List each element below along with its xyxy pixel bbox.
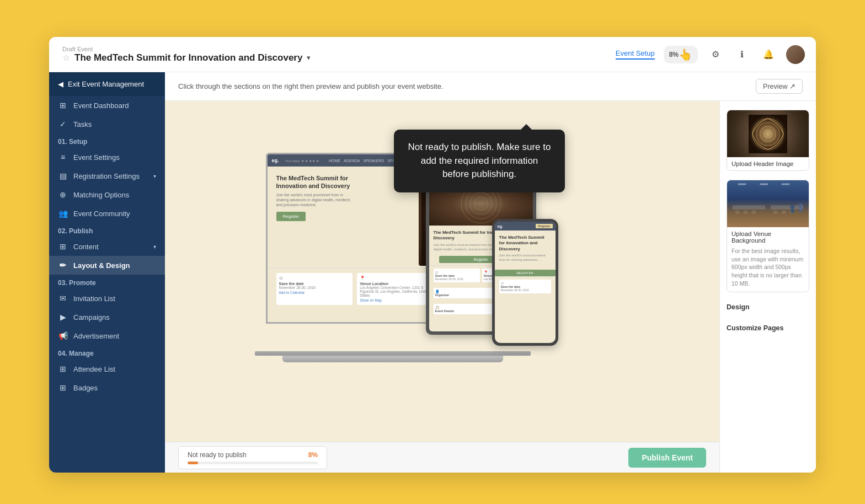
progress-bar-bg: [188, 462, 318, 464]
back-arrow-icon: ◀: [58, 80, 63, 88]
not-ready-tooltip: Not ready to publish. Make sure to add t…: [394, 130, 565, 192]
invitation-icon: ✉: [58, 294, 68, 303]
venue-svg: [727, 180, 809, 227]
phone-reg-btn[interactable]: REGISTER: [495, 270, 556, 276]
badges-icon: ⊞: [58, 383, 68, 392]
progress-bar-fill: [188, 462, 198, 464]
svg-rect-23: [744, 211, 748, 214]
phone-event-title: The MedTech Summit for Innovation and Di…: [499, 235, 551, 252]
exit-label: Exit Event Management: [68, 80, 144, 88]
sidebar-item-label: Invitation List: [73, 294, 115, 303]
sidebar: ◀ Exit Event Management ⊞ Event Dashboar…: [49, 72, 165, 473]
venue-icon: 📍: [360, 276, 431, 281]
phone-date-card: ⊙ Save the date November 28-30, 2018: [499, 280, 551, 293]
event-setup-link[interactable]: Event Setup: [616, 49, 655, 60]
sidebar-item-label: Advertisement: [73, 332, 119, 340]
sidebar-item-campaigns[interactable]: ▶ Campaigns: [49, 308, 165, 326]
upload-header-label: Upload Header Image: [727, 157, 809, 170]
phone-register-btn[interactable]: Register: [536, 224, 552, 228]
sidebar-item-attendee-list[interactable]: ⊞ Attendee List: [49, 360, 165, 378]
upload-header-image-card[interactable]: Upload Header Image: [727, 110, 809, 171]
main-content: Click through the sections on the right …: [165, 72, 816, 473]
phone-nav: eg. Register: [495, 222, 556, 230]
sidebar-item-layout-design[interactable]: ✏ Layout & Design: [49, 256, 165, 275]
header-spiral-svg: [749, 115, 787, 153]
body-row: ◀ Exit Event Management ⊞ Event Dashboar…: [49, 72, 816, 473]
tasks-icon: ✓: [58, 120, 68, 128]
sidebar-item-tasks[interactable]: ✓ Tasks: [49, 115, 165, 133]
sidebar-item-label: Attendee List: [73, 365, 115, 373]
date-label: Save the date: [279, 282, 350, 286]
sidebar-item-event-settings[interactable]: ≡ Event Settings: [49, 148, 165, 167]
sidebar-item-content[interactable]: ⊞ Content ▾: [49, 237, 165, 256]
svg-rect-17: [738, 184, 746, 185]
registration-icon: ▤: [58, 171, 68, 180]
avatar[interactable]: [786, 45, 805, 64]
star-icon[interactable]: ☆: [62, 52, 70, 63]
sidebar-item-registration-settings[interactable]: ▤ Registration Settings ▾: [49, 167, 165, 185]
settings-icon[interactable]: ⚙: [707, 46, 724, 63]
top-bar: Draft Event ☆ The MedTech Summit for Inn…: [49, 37, 816, 72]
progress-row: Not ready to publish 8%: [188, 451, 318, 459]
sidebar-item-invitation-list[interactable]: ✉ Invitation List: [49, 289, 165, 308]
info-icon[interactable]: ℹ: [733, 46, 751, 63]
sidebar-item-badges[interactable]: ⊞ Badges: [49, 378, 165, 397]
sidebar-item-event-dashboard[interactable]: ⊞ Event Dashboard: [49, 96, 165, 115]
settings-list-icon: ≡: [58, 153, 68, 162]
venue-label: Venue Location: [360, 282, 431, 286]
nav-agenda: AGENDA: [344, 159, 360, 163]
cursor-icon: 👆: [679, 48, 692, 61]
upload-venue-label: Upload Venue Background: [727, 227, 809, 247]
sidebar-item-label: Tasks: [73, 120, 92, 128]
svg-point-10: [474, 197, 488, 210]
main-inner: Not ready to publish. Make sure to add t…: [165, 101, 816, 473]
nav-speakers: SPEAKERS: [363, 159, 384, 163]
matching-icon: ⊕: [58, 190, 68, 199]
svg-point-9: [470, 192, 492, 215]
top-bar-left: Draft Event ☆ The MedTech Summit for Inn…: [62, 46, 616, 63]
sidebar-group-setup: 01. Setup: [49, 133, 165, 148]
sidebar-item-label: Event Community: [73, 210, 130, 218]
draft-label: Draft Event: [62, 46, 616, 52]
phone-info-row: ⊙ Save the date November 28-30, 2018: [495, 276, 556, 296]
exit-event-management-button[interactable]: ◀ Exit Event Management: [49, 72, 165, 96]
design-section-label[interactable]: Design: [727, 301, 809, 313]
phone-hero-desc: Join the world's most prominent from for…: [499, 254, 551, 262]
svg-rect-18: [760, 184, 768, 185]
avatar-image: [786, 45, 805, 64]
upload-venue-background-card[interactable]: Upload Venue Background For the best ima…: [727, 180, 809, 292]
venue-image-preview: [727, 180, 809, 227]
add-to-cal: Add to Calendar: [279, 291, 350, 294]
venue-val: Los Angeles Convention Center, 1201 S Fi…: [360, 286, 431, 297]
laptop-stand: [282, 356, 503, 362]
progress-pct-label: 8%: [669, 51, 679, 58]
header-image-preview: [727, 110, 809, 157]
sidebar-item-label: Matching Options: [73, 191, 129, 199]
svg-rect-19: [782, 184, 790, 185]
dropdown-chevron-icon[interactable]: ▾: [307, 53, 311, 62]
svg-rect-26: [782, 211, 786, 214]
progress-badge: 8% 👆: [664, 46, 698, 63]
publish-event-button[interactable]: Publish Event: [628, 448, 706, 468]
customize-pages-label[interactable]: Customize Pages: [727, 322, 809, 334]
community-icon: 👥: [58, 209, 68, 218]
sidebar-item-label: Registration Settings: [73, 172, 140, 180]
not-ready-text: Not ready to publish: [188, 451, 247, 459]
content-icon: ⊞: [58, 242, 68, 251]
site-register-btn[interactable]: Register: [276, 212, 306, 221]
map-link[interactable]: Show on Map: [360, 298, 431, 302]
svg-rect-20: [733, 205, 765, 210]
sidebar-item-advertisement[interactable]: 📢 Advertisement: [49, 326, 165, 345]
event-title-row: ☆ The MedTech Summit for Innovation and …: [62, 52, 616, 63]
sidebar-item-matching-options[interactable]: ⊕ Matching Options: [49, 185, 165, 204]
date-icon: ⊙: [279, 276, 350, 281]
site-logo: eg.: [272, 158, 279, 163]
action-bar: Not ready to publish 8% Publish Event: [165, 442, 719, 473]
preview-button[interactable]: Preview ↗: [756, 79, 803, 94]
site-hero-title: The MedTech Summit for Innovation and Di…: [276, 174, 354, 190]
tooltip-text: Not ready to publish. Make sure to add t…: [408, 142, 551, 179]
notifications-icon[interactable]: 🔔: [760, 46, 777, 63]
phone-date-icon: ⊙: [501, 281, 549, 285]
content-chevron-icon: ▾: [153, 244, 156, 250]
sidebar-item-event-community[interactable]: 👥 Event Community: [49, 204, 165, 223]
